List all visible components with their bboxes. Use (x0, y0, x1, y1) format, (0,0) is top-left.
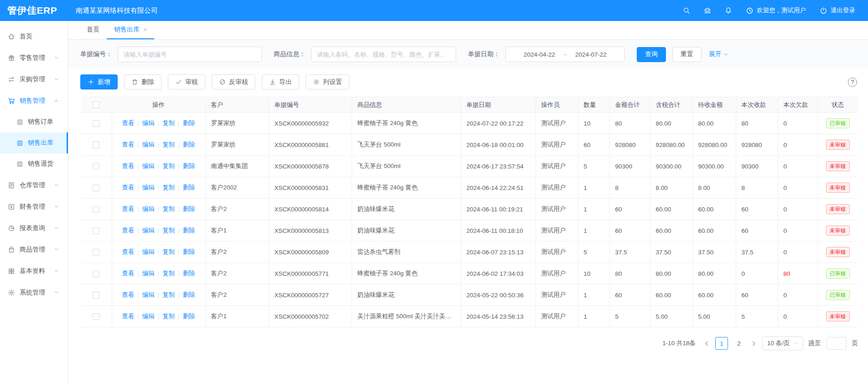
sidebar-item-finance[interactable]: 财务管理 (0, 196, 68, 217)
action-link-delete[interactable]: 删除 (183, 227, 195, 234)
action-link-view[interactable]: 查看 (122, 163, 134, 169)
date-from[interactable]: 2024-04-22 (524, 51, 555, 58)
sidebar-item-purchase[interactable]: 采购管理 (0, 68, 68, 90)
action-link-copy[interactable]: 复制 (162, 184, 175, 191)
action-link-edit[interactable]: 编辑 (142, 120, 155, 126)
row-checkbox[interactable] (93, 163, 99, 170)
tab-首页[interactable]: 首页 (79, 21, 107, 39)
action-link-delete[interactable]: 删除 (183, 270, 195, 277)
sidebar-subitem-label: 销售退货 (28, 160, 53, 168)
row-checkbox[interactable] (93, 184, 99, 191)
action-link-edit[interactable]: 编辑 (142, 163, 155, 169)
search-button[interactable]: 查询 (637, 47, 666, 62)
link-separator: | (158, 270, 160, 277)
sidebar-item-retail[interactable]: 零售管理 (0, 47, 68, 68)
status-badge: 未审核 (826, 311, 850, 321)
doc-no-input[interactable] (118, 47, 262, 62)
row-checkbox[interactable] (93, 120, 99, 127)
date-to[interactable]: 2024-07-22 (575, 51, 607, 58)
link-separator: | (178, 205, 180, 212)
sidebar-item-system[interactable]: 系统管理 (0, 282, 68, 303)
reset-button[interactable]: 重置 (672, 47, 702, 62)
sidebar-item-report[interactable]: 报表查询 (0, 217, 68, 239)
action-link-copy[interactable]: 复制 (162, 163, 175, 169)
action-link-edit[interactable]: 编辑 (142, 184, 155, 191)
expand-link[interactable]: 展开 (709, 50, 728, 58)
button-label: 新增 (98, 78, 110, 86)
row-checkbox[interactable] (93, 227, 99, 234)
export-button[interactable]: 导出 (262, 74, 299, 89)
action-link-copy[interactable]: 复制 (162, 227, 175, 234)
sidebar-item-home[interactable]: 首页 (0, 26, 68, 47)
action-link-copy[interactable]: 复制 (162, 270, 175, 277)
trash-button[interactable]: 删除 (124, 74, 161, 89)
action-link-delete[interactable]: 删除 (183, 205, 195, 212)
action-link-copy[interactable]: 复制 (162, 291, 175, 298)
action-link-copy[interactable]: 复制 (162, 248, 175, 255)
sidebar-item-warehouse[interactable]: 仓库管理 (0, 174, 68, 196)
prev-page-button[interactable] (704, 341, 710, 347)
row-checkbox[interactable] (93, 270, 99, 277)
sidebar-subitem-销售退货[interactable]: 销售退货 (0, 153, 68, 174)
row-checkbox[interactable] (93, 249, 99, 256)
action-link-edit[interactable]: 编辑 (142, 227, 155, 234)
row-checkbox[interactable] (93, 292, 99, 299)
product-info-input[interactable] (311, 47, 456, 62)
date-range-picker[interactable]: 2024-04-22 ~ 2024-07-22 (505, 47, 625, 62)
action-link-edit[interactable]: 编辑 (142, 248, 155, 255)
select-all-checkbox[interactable] (93, 101, 99, 108)
action-link-view[interactable]: 查看 (122, 248, 134, 255)
tab-close-icon[interactable]: × (143, 26, 147, 33)
row-checkbox[interactable] (93, 206, 99, 213)
action-link-delete[interactable]: 删除 (183, 141, 195, 148)
logout-button[interactable]: 退出登录 (820, 6, 855, 15)
sidebar-item-sales[interactable]: 销售管理 (0, 90, 68, 111)
jump-page-input[interactable] (826, 337, 847, 350)
action-link-delete[interactable]: 删除 (183, 313, 195, 320)
tab-销售出库[interactable]: 销售出库× (107, 21, 154, 39)
sidebar-subitem-销售出库[interactable]: 销售出库 (0, 132, 68, 153)
action-link-view[interactable]: 查看 (122, 141, 134, 148)
action-link-copy[interactable]: 复制 (162, 313, 175, 320)
action-link-view[interactable]: 查看 (122, 270, 134, 277)
ban-button[interactable]: 反审核 (212, 74, 255, 89)
sidebar-item-basic[interactable]: 基本资料 (0, 260, 68, 282)
settings-button[interactable]: 列设置 (306, 74, 349, 89)
sidebar-item-product[interactable]: 商品管理 (0, 239, 68, 260)
help-icon[interactable]: ? (848, 78, 857, 87)
chevron-up-icon (54, 98, 59, 103)
action-link-edit[interactable]: 编辑 (142, 141, 155, 148)
bank-icon[interactable] (704, 7, 711, 14)
row-checkbox[interactable] (93, 313, 99, 320)
action-link-edit[interactable]: 编辑 (142, 270, 155, 277)
action-link-delete[interactable]: 删除 (183, 291, 195, 298)
welcome-user[interactable]: 欢迎您，测试用户 (746, 6, 806, 15)
check-button[interactable]: 审核 (168, 74, 205, 89)
action-link-view[interactable]: 查看 (122, 120, 134, 126)
action-link-copy[interactable]: 复制 (162, 205, 175, 212)
action-link-delete[interactable]: 删除 (183, 163, 195, 169)
action-link-view[interactable]: 查看 (122, 184, 134, 191)
action-link-view[interactable]: 查看 (122, 313, 134, 320)
sidebar-subitem-销售订单[interactable]: 销售订单 (0, 111, 68, 132)
page-size-select[interactable]: 10 条/页 (762, 337, 803, 350)
action-link-view[interactable]: 查看 (122, 291, 134, 298)
action-link-edit[interactable]: 编辑 (142, 205, 155, 212)
page-button-1[interactable]: 1 (715, 337, 728, 350)
date-separator: ~ (563, 51, 567, 58)
action-link-copy[interactable]: 复制 (162, 120, 175, 126)
bell-icon[interactable] (725, 7, 732, 14)
action-link-copy[interactable]: 复制 (162, 141, 175, 148)
plus-button[interactable]: 新增 (80, 74, 118, 89)
next-page-button[interactable] (751, 341, 757, 347)
action-link-view[interactable]: 查看 (122, 227, 134, 234)
action-link-delete[interactable]: 删除 (183, 184, 195, 191)
action-link-edit[interactable]: 编辑 (142, 313, 155, 320)
action-link-view[interactable]: 查看 (122, 205, 134, 212)
action-link-delete[interactable]: 删除 (183, 120, 195, 126)
action-link-delete[interactable]: 删除 (183, 248, 195, 255)
action-link-edit[interactable]: 编辑 (142, 291, 155, 298)
search-icon[interactable] (683, 7, 690, 14)
row-checkbox[interactable] (93, 142, 99, 148)
page-button-2[interactable]: 2 (733, 337, 745, 350)
